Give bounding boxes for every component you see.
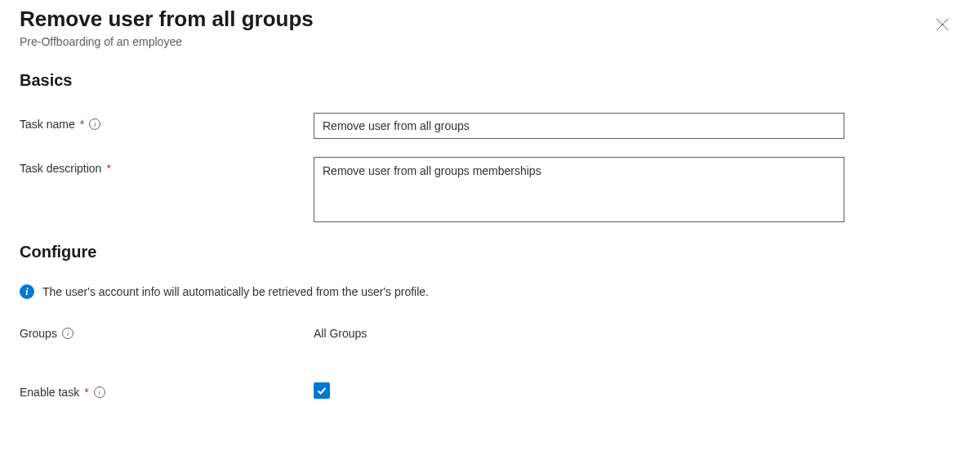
page-subtitle: Pre-Offboarding of an employee bbox=[20, 35, 960, 48]
required-indicator: * bbox=[80, 118, 84, 131]
task-name-label: Task name bbox=[20, 118, 75, 131]
close-icon bbox=[936, 18, 949, 31]
required-indicator: * bbox=[106, 162, 110, 175]
info-icon[interactable]: i bbox=[62, 328, 74, 339]
info-icon: i bbox=[20, 284, 34, 299]
task-description-input[interactable] bbox=[314, 157, 844, 222]
page-title: Remove user from all groups bbox=[20, 7, 960, 32]
task-name-input[interactable] bbox=[314, 113, 844, 139]
info-banner-text: The user's account info will automatical… bbox=[42, 285, 429, 298]
enable-task-label: Enable task bbox=[20, 386, 79, 399]
basics-heading: Basics bbox=[20, 71, 960, 90]
enable-task-checkbox[interactable] bbox=[314, 382, 330, 399]
task-description-label: Task description bbox=[20, 162, 101, 175]
close-button[interactable] bbox=[929, 11, 956, 38]
info-icon[interactable]: i bbox=[94, 386, 105, 398]
checkmark-icon bbox=[316, 385, 327, 396]
groups-label: Groups bbox=[20, 327, 57, 340]
info-icon[interactable]: i bbox=[89, 118, 100, 130]
required-indicator: * bbox=[84, 386, 88, 399]
groups-value: All Groups bbox=[314, 322, 844, 340]
configure-heading: Configure bbox=[20, 243, 960, 261]
